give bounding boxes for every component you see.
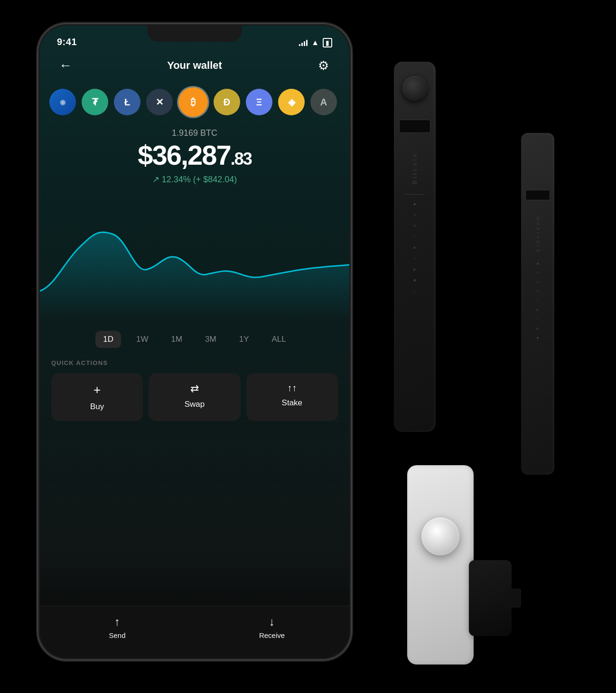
ledger-white [407, 437, 512, 674]
page-title: Your wallet [167, 59, 222, 72]
coin-item-dogecoin[interactable]: Ð [214, 89, 240, 115]
buy-icon: + [93, 383, 101, 397]
ledger-nano-x: Bitcoin ▲ ⚙ ⊞ + ▶ + ▶ ▼ ▷ [394, 62, 436, 432]
time-filters: 1D 1W 1M 3M 1Y ALL [40, 323, 349, 359]
notch [147, 26, 242, 42]
usd-main: $36,287 [138, 140, 231, 170]
receive-icon: ↓ [269, 615, 275, 628]
status-time: 9:41 [57, 37, 77, 47]
coin-item-litecoin[interactable]: Ł [114, 89, 140, 115]
price-chart [40, 196, 349, 319]
price-section: 1.9169 BTC $36,287.83 ↗ 12.34% (+ $842.0… [40, 124, 349, 192]
white-device-connector [469, 560, 512, 636]
battery-icon: ▮ [323, 38, 332, 47]
action-buttons: + Buy ⇄ Swap ↑↑ Stake [51, 373, 338, 421]
receive-label: Receive [259, 631, 285, 639]
buy-label: Buy [90, 402, 104, 412]
wifi-icon: ▲ [311, 38, 319, 47]
nano-s-text: Ethereum [535, 215, 541, 252]
quick-actions-section: QUICK ACTIONS + Buy ⇄ Swap ↑↑ Stake [40, 359, 349, 429]
send-label: Send [109, 631, 125, 639]
status-icons: ▲ ▮ [299, 38, 332, 47]
stake-icon: ↑↑ [287, 383, 297, 393]
scene: 9:41 ▲ ▮ ← Your wallet ⚙ [0, 0, 616, 693]
swap-icon: ⇄ [190, 383, 199, 395]
time-filter-1w[interactable]: 1W [129, 331, 156, 348]
back-button[interactable]: ← [55, 55, 76, 76]
white-device-usb [507, 589, 521, 608]
coin-item-tether[interactable]: ₮ [82, 89, 108, 115]
settings-button[interactable]: ⚙ [313, 55, 334, 76]
nav-receive[interactable]: ↓ Receive [195, 615, 349, 639]
chart-svg [40, 196, 349, 319]
stake-button[interactable]: ↑↑ Stake [246, 373, 338, 421]
btc-amount: 1.9169 BTC [49, 128, 340, 138]
stake-label: Stake [282, 398, 302, 408]
coin-item-unknown[interactable]: ◉ [49, 89, 76, 115]
send-icon: ↑ [114, 615, 120, 628]
time-filter-1d[interactable]: 1D [95, 331, 121, 348]
ledger-nano-s: Ethereum ▲ ⚙ B ⊞ + ▶ + ▶ ▼ [521, 133, 554, 475]
usd-price: $36,287.83 [49, 140, 340, 170]
quick-actions-label: QUICK ACTIONS [51, 359, 338, 366]
coin-item-algorand[interactable]: A [310, 89, 337, 115]
coin-item-ripple[interactable]: ✕ [146, 89, 173, 115]
swap-button[interactable]: ⇄ Swap [149, 373, 240, 421]
phone: 9:41 ▲ ▮ ← Your wallet ⚙ [38, 24, 351, 660]
bottom-nav: ↑ Send ↓ Receive [40, 606, 349, 658]
white-device-button [421, 517, 459, 555]
coin-item-bitcoin[interactable]: ₿ [178, 87, 208, 117]
nano-x-screen [399, 120, 430, 133]
header: ← Your wallet ⚙ [40, 51, 349, 84]
coin-item-ethereum[interactable]: Ξ [246, 89, 272, 115]
chart-fill [40, 232, 349, 319]
coin-item-binance[interactable]: ◈ [278, 89, 305, 115]
white-device-body [407, 465, 474, 665]
price-change: ↗ 12.34% (+ $842.04) [49, 174, 340, 185]
time-filter-1m[interactable]: 1M [163, 331, 190, 348]
nano-x-text: Bitcoin [411, 152, 418, 185]
nano-s-screen [525, 190, 550, 200]
buy-button[interactable]: + Buy [51, 373, 143, 421]
usd-cents: .83 [231, 149, 252, 169]
time-filter-all[interactable]: ALL [264, 331, 294, 348]
coin-selector: ◉ ₮ Ł ✕ ₿ Ð Ξ ◈ A [40, 84, 349, 124]
signal-bars-icon [299, 39, 308, 46]
time-filter-3m[interactable]: 3M [197, 331, 224, 348]
swap-label: Swap [185, 400, 205, 409]
time-filter-1y[interactable]: 1Y [232, 331, 257, 348]
nano-x-button [402, 76, 427, 101]
nav-send[interactable]: ↑ Send [40, 615, 195, 639]
phone-screen: 9:41 ▲ ▮ ← Your wallet ⚙ [40, 26, 349, 658]
